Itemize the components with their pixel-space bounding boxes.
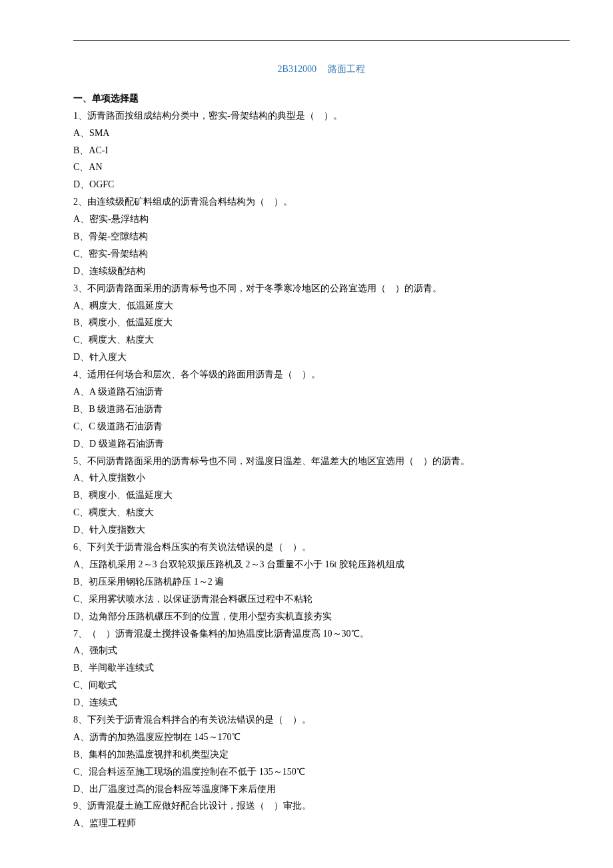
option-a: A、沥青的加热温度应控制在 145～170℃ bbox=[73, 729, 570, 746]
question-text: 9、沥青混凝土施工应做好配合比设计，报送（ ）审批。 bbox=[73, 797, 570, 815]
question-text: 5、不同沥青路面采用的沥青标号也不同，对温度日温差、年温差大的地区宜选用（ ）的… bbox=[73, 453, 570, 470]
option-d: D、D 级道路石油沥青 bbox=[73, 435, 570, 453]
option-a: A、监理工程师 bbox=[73, 815, 570, 832]
option-c: C、间歇式 bbox=[73, 677, 570, 694]
question-text: 7、（ ）沥青混凝土搅拌设备集料的加热温度比沥青温度高 10～30℃。 bbox=[73, 625, 570, 643]
option-a: A、强制式 bbox=[73, 642, 570, 659]
top-rule bbox=[73, 40, 570, 41]
question-block: 4、适用任何场合和层次、各个等级的路面用沥青是（ ）。 A、A 级道路石油沥青 … bbox=[73, 366, 570, 452]
option-a: A、A 级道路石油沥青 bbox=[73, 383, 570, 401]
title-main: 路面工程 bbox=[328, 64, 365, 74]
option-d: D、针入度指数大 bbox=[73, 521, 570, 539]
question-block: 5、不同沥青路面采用的沥青标号也不同，对温度日温差、年温差大的地区宜选用（ ）的… bbox=[73, 453, 570, 539]
option-b: B、初压采用钢轮压路机静压 1～2 遍 bbox=[73, 573, 570, 591]
option-b: B、集料的加热温度视拌和机类型决定 bbox=[73, 746, 570, 763]
option-a: A、密实-悬浮结构 bbox=[73, 211, 570, 228]
option-c: C、密实-骨架结构 bbox=[73, 245, 570, 263]
option-d: D、连续级配结构 bbox=[73, 263, 570, 280]
option-d: D、OGFC bbox=[73, 176, 570, 193]
option-b: B、稠度小、低温延度大 bbox=[73, 314, 570, 331]
question-block: 8、下列关于沥青混合料拌合的有关说法错误的是（ ）。 A、沥青的加热温度应控制在… bbox=[73, 711, 570, 797]
option-c: C、采用雾状喷水法，以保证沥青混合料碾压过程中不粘轮 bbox=[73, 591, 570, 608]
option-c: C、混合料运至施工现场的温度控制在不低于 135～150℃ bbox=[73, 763, 570, 781]
option-a: A、稠度大、低温延度大 bbox=[73, 297, 570, 315]
question-block: 2、由连续级配矿料组成的沥青混合料结构为（ ）。 A、密实-悬浮结构 B、骨架-… bbox=[73, 193, 570, 279]
question-text: 3、不同沥青路面采用的沥青标号也不同，对于冬季寒冷地区的公路宜选用（ ）的沥青。 bbox=[73, 280, 570, 297]
option-d: D、出厂温度过高的混合料应等温度降下来后使用 bbox=[73, 781, 570, 798]
question-block: 7、（ ）沥青混凝土搅拌设备集料的加热温度比沥青温度高 10～30℃。 A、强制… bbox=[73, 625, 570, 711]
question-block: 9、沥青混凝土施工应做好配合比设计，报送（ ）审批。 A、监理工程师 bbox=[73, 797, 570, 832]
option-d: D、针入度大 bbox=[73, 349, 570, 366]
option-d: D、连续式 bbox=[73, 694, 570, 711]
question-text: 2、由连续级配矿料组成的沥青混合料结构为（ ）。 bbox=[73, 193, 570, 211]
option-b: B、B 级道路石油沥青 bbox=[73, 401, 570, 418]
option-b: B、骨架-空隙结构 bbox=[73, 228, 570, 245]
document-title: 2B312000 路面工程 bbox=[73, 61, 570, 78]
option-a: A、针入度指数小 bbox=[73, 469, 570, 487]
option-d: D、边角部分压路机碾压不到的位置，使用小型夯实机直接夯实 bbox=[73, 608, 570, 625]
question-text: 4、适用任何场合和层次、各个等级的路面用沥青是（ ）。 bbox=[73, 366, 570, 383]
option-c: C、AN bbox=[73, 159, 570, 176]
option-c: C、稠度大、粘度大 bbox=[73, 331, 570, 349]
title-code: 2B312000 bbox=[278, 64, 316, 74]
question-text: 1、沥青路面按组成结构分类中，密实-骨架结构的典型是（ ）。 bbox=[73, 107, 570, 125]
option-a: A、压路机采用 2～3 台双轮双振压路机及 2～3 台重量不小于 16t 胶轮压… bbox=[73, 556, 570, 573]
option-c: C、C 级道路石油沥青 bbox=[73, 418, 570, 435]
question-text: 6、下列关于沥青混合料压实的有关说法错误的是（ ）。 bbox=[73, 539, 570, 556]
page-container: 2B312000 路面工程 一、单项选择题 1、沥青路面按组成结构分类中，密实-… bbox=[0, 0, 613, 859]
option-b: B、AC-I bbox=[73, 142, 570, 159]
question-text: 8、下列关于沥青混合料拌合的有关说法错误的是（ ）。 bbox=[73, 711, 570, 729]
question-block: 1、沥青路面按组成结构分类中，密实-骨架结构的典型是（ ）。 A、SMA B、A… bbox=[73, 107, 570, 193]
option-b: B、半间歇半连续式 bbox=[73, 659, 570, 677]
question-block: 6、下列关于沥青混合料压实的有关说法错误的是（ ）。 A、压路机采用 2～3 台… bbox=[73, 539, 570, 625]
option-a: A、SMA bbox=[73, 125, 570, 142]
option-c: C、稠度大、粘度大 bbox=[73, 504, 570, 521]
question-block: 3、不同沥青路面采用的沥青标号也不同，对于冬季寒冷地区的公路宜选用（ ）的沥青。… bbox=[73, 280, 570, 366]
section-heading: 一、单项选择题 bbox=[73, 90, 570, 107]
option-b: B、稠度小、低温延度大 bbox=[73, 487, 570, 504]
